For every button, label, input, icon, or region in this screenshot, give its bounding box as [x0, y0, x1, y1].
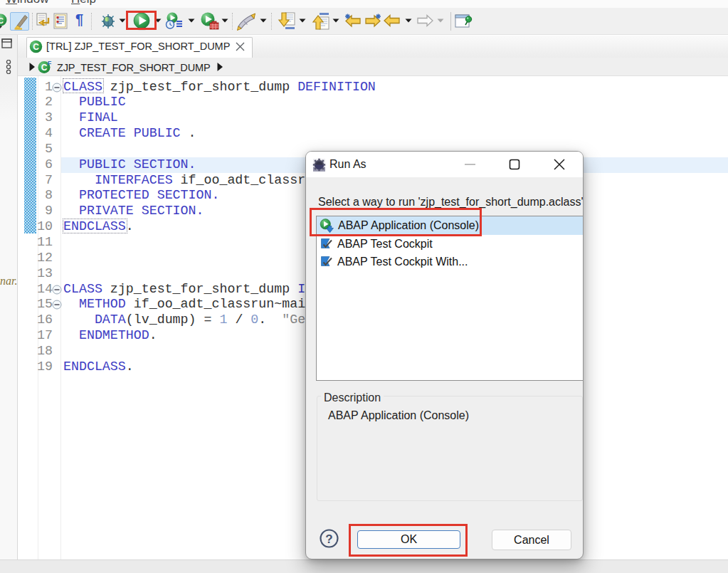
svg-text:?: ? — [325, 532, 332, 546]
svg-text:C: C — [33, 42, 39, 52]
svg-text:F: F — [48, 60, 52, 67]
svg-text:C: C — [0, 16, 4, 25]
svg-text:C: C — [41, 63, 48, 73]
